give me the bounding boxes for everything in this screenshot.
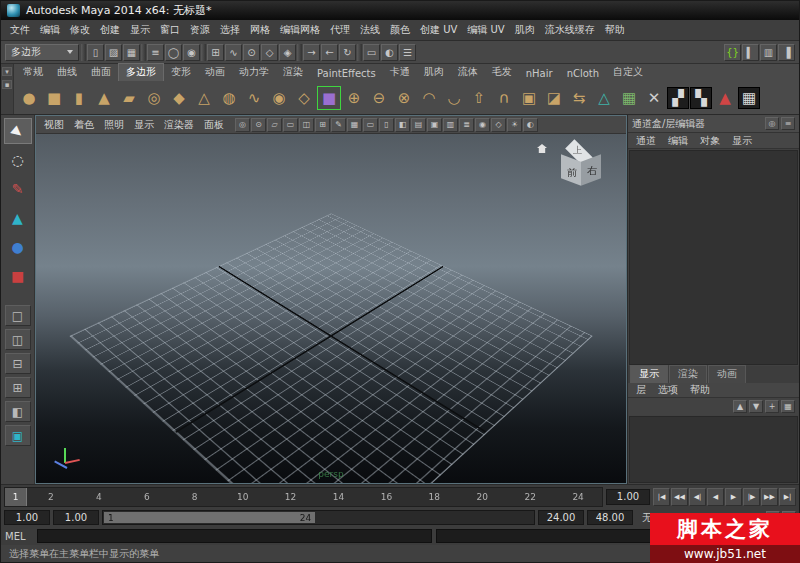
lock-camera-icon[interactable]: ⊙ <box>251 118 266 132</box>
step-back-one-frame-button[interactable]: ◀◀ <box>671 488 688 506</box>
shelf-poly-plane-icon[interactable]: ▰ <box>117 86 141 110</box>
statusline-separator[interactable] <box>81 44 86 61</box>
grid-toggle-icon[interactable]: ▦ <box>347 118 362 132</box>
channel-box-menu-item[interactable]: 对象 <box>694 133 726 149</box>
shelf-poly-sphere-icon[interactable]: ● <box>17 86 41 110</box>
current-time-indicator[interactable]: 1 <box>5 488 27 506</box>
rotate-tool[interactable]: ● <box>4 234 32 260</box>
play-backwards-button[interactable]: ◀ <box>707 488 724 506</box>
shelf-extract-icon[interactable]: ⊗ <box>392 86 416 110</box>
safe-action-icon[interactable]: ▣ <box>427 118 442 132</box>
menu-item[interactable]: 流水线缓存 <box>540 20 600 40</box>
animation-start-field[interactable]: 1.00 <box>4 510 50 525</box>
panel-menu-item[interactable]: 照明 <box>99 117 129 133</box>
move-tool[interactable]: ▲ <box>4 205 32 231</box>
menu-item[interactable]: 编辑网格 <box>275 20 325 40</box>
camera-attributes-icon[interactable]: ▱ <box>267 118 282 132</box>
time-slider[interactable]: 1 24681012141618202224 <box>4 487 603 507</box>
menu-item[interactable]: 颜色 <box>385 20 415 40</box>
menu-item[interactable]: 窗口 <box>155 20 185 40</box>
move-layer-up-icon[interactable]: ▲ <box>733 400 747 413</box>
menu-item[interactable]: 代理 <box>325 20 355 40</box>
shelf-poly-cylinder-icon[interactable]: ▮ <box>67 86 91 110</box>
new-empty-layer-icon[interactable]: + <box>765 400 779 413</box>
menu-item[interactable]: 修改 <box>65 20 95 40</box>
layout-two-panes-stacked-button[interactable]: ⊟ <box>5 353 31 374</box>
construction-history-icon[interactable]: ↻ <box>339 44 356 61</box>
bookmarks-icon[interactable]: ▭ <box>283 118 298 132</box>
shelf-quad-draw-icon[interactable]: ▦ <box>617 86 641 110</box>
playback-end-field[interactable]: 24.00 <box>538 510 584 525</box>
shelf-tab[interactable]: 卡通 <box>383 64 417 81</box>
layout-persp-outliner-button[interactable]: ◧ <box>5 401 31 422</box>
statusline-separator[interactable] <box>357 44 362 61</box>
shelf-tab[interactable]: 多边形 <box>118 63 164 81</box>
command-line-input[interactable] <box>37 529 432 543</box>
move-layer-down-icon[interactable]: ▼ <box>749 400 763 413</box>
select-by-component-icon[interactable]: ◉ <box>183 44 200 61</box>
shelf-poly-cube-icon[interactable]: ■ <box>42 86 66 110</box>
shelf-mirror-icon[interactable]: ⇆ <box>567 86 591 110</box>
new-layer-from-selected-icon[interactable]: ▦ <box>781 400 795 413</box>
lasso-select-tool[interactable]: ◌ <box>4 147 32 173</box>
shelf-uv-planar-icon[interactable]: ▞ <box>667 87 689 109</box>
menu-item[interactable]: 创建 UV <box>415 20 462 40</box>
playback-start-field[interactable]: 1.00 <box>53 510 99 525</box>
shelf-editor-icon[interactable]: ▪ <box>2 80 12 89</box>
tool-settings-toggle-icon[interactable]: ▍ <box>742 44 759 61</box>
shelf-poly-soccer-icon[interactable]: ◉ <box>267 86 291 110</box>
paint-select-tool[interactable]: ✎ <box>4 176 32 202</box>
menu-item[interactable]: 网格 <box>245 20 275 40</box>
layer-editor-menu-item[interactable]: 帮助 <box>684 382 716 398</box>
panel-menu-item[interactable]: 着色 <box>69 117 99 133</box>
lighting-icon[interactable]: ☀ <box>507 118 522 132</box>
select-by-object-icon[interactable]: ◯ <box>165 44 182 61</box>
go-to-playback-end-button[interactable]: ▶| <box>779 488 796 506</box>
shelf-tab[interactable]: 常规 <box>16 64 50 81</box>
layout-current-view-button[interactable]: ▣ <box>5 425 31 446</box>
menu-item[interactable]: 创建 <box>95 20 125 40</box>
command-line-label[interactable]: MEL <box>5 531 33 542</box>
range-bar[interactable]: 1 24 <box>104 512 315 523</box>
shelf-crease-icon[interactable]: △ <box>592 86 616 110</box>
resolution-gate-icon[interactable]: ▯ <box>379 118 394 132</box>
channel-box-menu-item[interactable]: 显示 <box>726 133 758 149</box>
viewport-3d[interactable]: 上 前 右 persp <box>36 134 626 483</box>
menu-item[interactable]: 编辑 UV <box>462 20 509 40</box>
shelf-tab[interactable]: 自定义 <box>606 64 650 81</box>
field-chart-icon[interactable]: ▤ <box>411 118 426 132</box>
go-to-playback-start-button[interactable]: |◀ <box>653 488 670 506</box>
step-forward-one-key-button[interactable]: |▶ <box>743 488 760 506</box>
menu-item[interactable]: 资源 <box>185 20 215 40</box>
pin-icon[interactable]: ◎ <box>765 117 779 130</box>
layout-single-pane-button[interactable]: □ <box>5 305 31 326</box>
shelf-tab[interactable]: 曲面 <box>84 64 118 81</box>
shelf-tab[interactable]: 变形 <box>164 64 198 81</box>
shelf-bridge-icon[interactable]: ∩ <box>492 86 516 110</box>
menu-item[interactable]: 肌肉 <box>510 20 540 40</box>
menu-item[interactable]: 显示 <box>125 20 155 40</box>
two-d-pan-zoom-icon[interactable]: ⊞ <box>315 118 330 132</box>
shelf-poly-torus-icon[interactable]: ◎ <box>142 86 166 110</box>
render-current-frame-icon[interactable]: ▭ <box>363 44 380 61</box>
panel-menu-item[interactable]: 显示 <box>129 117 159 133</box>
output-connections-icon[interactable]: ← <box>321 44 338 61</box>
layer-editor-tab[interactable]: 渲染 <box>669 365 707 383</box>
animation-end-field[interactable]: 48.00 <box>587 510 633 525</box>
select-by-hierarchy-icon[interactable]: ≡ <box>147 44 164 61</box>
channel-box-menu-item[interactable]: 通道 <box>630 133 662 149</box>
attribute-editor-toggle-icon[interactable]: ▥ <box>760 44 777 61</box>
render-settings-icon[interactable]: ☰ <box>399 44 416 61</box>
shelf-tab[interactable]: 流体 <box>451 64 485 81</box>
shelf-uv-auto-icon[interactable]: ▚ <box>690 87 712 109</box>
panel-menu-icon[interactable]: ≡ <box>781 117 795 130</box>
titlebar[interactable]: Autodesk Maya 2014 x64: 无标题* <box>1 1 799 20</box>
range-slider[interactable]: 1 24 <box>102 510 535 525</box>
shelf-tab[interactable]: 曲线 <box>50 64 84 81</box>
select-tool[interactable]: ▶ <box>4 118 32 144</box>
shelf-reduce-icon[interactable]: ◡ <box>442 86 466 110</box>
isolate-select-icon[interactable]: ◉ <box>475 118 490 132</box>
snap-to-point-icon[interactable]: ⊙ <box>243 44 260 61</box>
shelf-poly-helix-icon[interactable]: ∿ <box>242 86 266 110</box>
shelf-bevel-icon[interactable]: ◪ <box>542 86 566 110</box>
